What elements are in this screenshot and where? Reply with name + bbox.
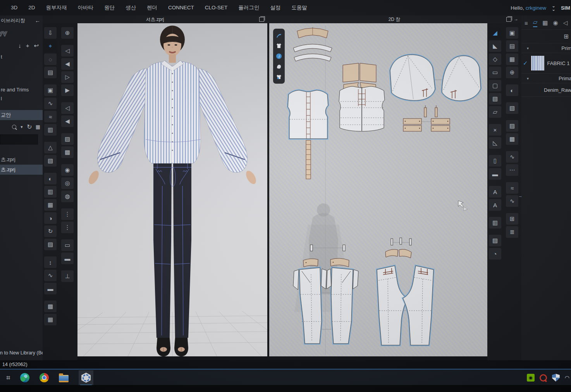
- shirt-solidify-tool[interactable]: ▨: [44, 239, 57, 250]
- shirt-2d-tool[interactable]: ▧: [506, 102, 518, 114]
- text-style-tool[interactable]: A: [489, 199, 501, 211]
- refresh-icon[interactable]: ↻: [27, 123, 32, 131]
- tab-fabric-icon[interactable]: ▱: [533, 19, 538, 27]
- menu-item[interactable]: 렌더: [141, 0, 163, 15]
- arrange-flip-tool[interactable]: ▷: [61, 71, 74, 83]
- lift-garment-tool[interactable]: ↕: [44, 256, 57, 268]
- avatar[interactable]: [87, 26, 258, 356]
- fit-avatar-tool[interactable]: ▥: [44, 124, 57, 136]
- texture-2d-tool[interactable]: ▩: [506, 133, 518, 145]
- pattern-sleeve-left[interactable]: [390, 55, 435, 100]
- add-icon[interactable]: +: [26, 42, 29, 49]
- select-lasso-tool[interactable]: ◌: [44, 53, 57, 65]
- select-move-tool[interactable]: ⌖: [44, 40, 57, 52]
- inspect-sew-tool[interactable]: ⊕: [506, 67, 518, 78]
- library-file[interactable]: 츠.zprj: [0, 155, 43, 165]
- file-explorer-app-icon[interactable]: [59, 375, 69, 382]
- fabric-check-icon[interactable]: ✓: [523, 60, 528, 67]
- grid-view-icon[interactable]: ▦: [36, 124, 40, 130]
- arrange-unfold-tool[interactable]: ◀: [61, 115, 74, 127]
- window-layout-icon[interactable]: [259, 17, 264, 22]
- clo3d-app-icon[interactable]: [79, 370, 93, 385]
- tape-measure-tool[interactable]: ▬: [44, 283, 57, 294]
- fabric-swatch-thumbnail[interactable]: [531, 56, 544, 70]
- show-fabric-tool[interactable]: [275, 63, 282, 70]
- tab-texture-icon[interactable]: ▦: [542, 19, 548, 26]
- select-mesh-tool[interactable]: ▤: [44, 67, 57, 78]
- segment-sewing-tool[interactable]: ∿: [44, 98, 57, 109]
- lock-button-tool[interactable]: ◍: [61, 191, 74, 202]
- tab-more-icon[interactable]: ◁: [563, 19, 568, 26]
- rectangle-tool[interactable]: ▢: [489, 80, 501, 91]
- buttonhole-tool[interactable]: ◎: [61, 177, 74, 189]
- pattern-collar-strips[interactable]: [293, 44, 332, 61]
- viewport-3d[interactable]: [77, 23, 267, 356]
- garment-fit-tool[interactable]: [275, 73, 282, 80]
- edit-curvature-tool[interactable]: ◇: [489, 53, 501, 65]
- fabric-section-row[interactable]: ▾ Prim: [521, 43, 571, 53]
- menu-item[interactable]: CONNECT: [163, 0, 200, 15]
- menu-item[interactable]: 원부자재: [41, 0, 72, 15]
- section-collapse-icon-2[interactable]: ▾: [527, 76, 529, 81]
- menu-item[interactable]: 설정: [265, 0, 286, 15]
- window-layout-icon-2d[interactable]: [506, 17, 511, 22]
- menu-item[interactable]: 아바타: [72, 0, 99, 15]
- clamp-tool[interactable]: ⊥: [61, 270, 74, 282]
- jacket-arrange-tool[interactable]: ▥: [44, 186, 57, 198]
- canvas-2d-patterns[interactable]: i: [269, 23, 487, 356]
- security-tray-icon[interactable]: [552, 374, 560, 382]
- menu-item[interactable]: 도움말: [286, 0, 313, 15]
- edge-app-icon[interactable]: [20, 373, 29, 382]
- pleats-fold-tool[interactable]: ≣: [506, 226, 518, 238]
- menu-item[interactable]: 플러그인: [233, 0, 265, 15]
- flatten-tool[interactable]: ▨: [489, 235, 501, 246]
- avatar-walk-tool[interactable]: ⊕: [61, 27, 74, 39]
- library-item-trims[interactable]: re and Trims: [0, 85, 43, 94]
- menu-item[interactable]: 2D: [23, 0, 40, 15]
- sewing-machine-tool[interactable]: ▣: [44, 84, 57, 96]
- avatar-pattern-tool[interactable]: ◔: [489, 248, 501, 260]
- pattern-collar-band[interactable]: [297, 27, 328, 38]
- segment-sew-2d-tool[interactable]: ▣: [506, 27, 518, 39]
- download-icon[interactable]: ↓: [18, 42, 21, 49]
- pattern-cuffs[interactable]: [403, 119, 450, 131]
- titlebar-3d[interactable]: 셔츠.zprj: [43, 15, 267, 23]
- pattern-shirt-front[interactable]: [288, 90, 328, 139]
- fabric-roll-tool[interactable]: ▭: [61, 239, 74, 251]
- texture-shirt-tool[interactable]: ▩: [61, 146, 74, 158]
- fabric-item-row-2[interactable]: Denim_Raw: [521, 83, 571, 96]
- library-search-input[interactable]: [0, 134, 38, 144]
- pattern-pants-back[interactable]: [377, 238, 433, 345]
- fold-arrangement-tool[interactable]: ◐: [44, 173, 57, 184]
- expand-arrow-icon[interactable]: →: [514, 16, 518, 22]
- seam-allowance-tool[interactable]: ▱: [489, 106, 501, 118]
- garment-measure2-tool[interactable]: ▦: [44, 314, 57, 325]
- wrap-tool[interactable]: ◑: [44, 212, 57, 224]
- button-tool[interactable]: ◉: [61, 164, 74, 176]
- arrange-mirror-tool[interactable]: ▶: [61, 84, 74, 96]
- trace-tool[interactable]: ×: [489, 124, 501, 136]
- simulation-label-truncated[interactable]: SIM: [561, 5, 570, 11]
- pattern-sleeve-right[interactable]: [442, 56, 481, 101]
- stitch-free-tool[interactable]: ∿: [506, 195, 518, 207]
- widgets-app-icon[interactable]: ⌗: [6, 374, 10, 382]
- info-tool[interactable]: i: [275, 53, 282, 60]
- brush-pen-tool[interactable]: [275, 32, 282, 39]
- tab-scene-list-icon[interactable]: ≡: [525, 20, 528, 26]
- menu-item[interactable]: CLO-SET: [200, 0, 233, 15]
- new-library-link[interactable]: n to New Library (Beta): [0, 350, 43, 356]
- stitch-line-tool[interactable]: ∿: [506, 151, 518, 163]
- garment-measure-tool[interactable]: ▩: [44, 301, 57, 312]
- edit-pattern-tool[interactable]: ◣: [489, 40, 501, 52]
- grade-tool[interactable]: ▯: [489, 155, 501, 167]
- mn-sew-2d-tool[interactable]: ▦: [506, 53, 518, 65]
- network-tray-icon[interactable]: ◠: [565, 375, 569, 381]
- collapse-panel-icon[interactable]: ←: [35, 17, 40, 24]
- ruler-tool[interactable]: ▬: [489, 168, 501, 180]
- zipper-tool[interactable]: ⋮: [61, 208, 74, 220]
- menu-item[interactable]: 3D: [5, 0, 23, 15]
- section-collapse-icon[interactable]: ▾: [527, 46, 529, 50]
- free-sewing-tool[interactable]: ≈: [44, 111, 57, 122]
- arrange-clothes-tool[interactable]: ▦: [44, 199, 57, 211]
- iron-tool[interactable]: ◐: [506, 84, 518, 96]
